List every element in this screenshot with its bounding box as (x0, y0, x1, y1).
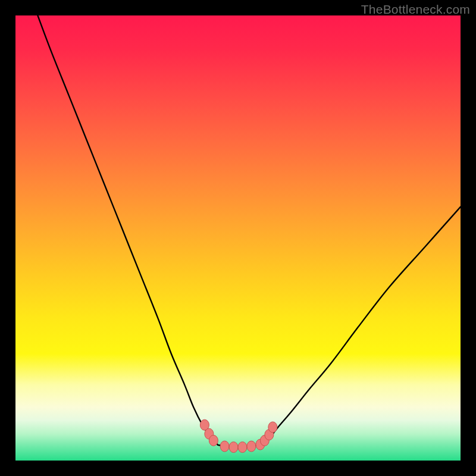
plot-area (15, 15, 461, 461)
chart-svg (15, 15, 461, 461)
data-marker (238, 442, 247, 453)
data-marker (268, 422, 277, 433)
left-curve (37, 15, 218, 445)
data-marker (220, 441, 229, 452)
data-marker (209, 435, 218, 446)
right-curve (260, 207, 461, 445)
data-marker (247, 441, 256, 452)
watermark-text: TheBottleneck.com (361, 2, 470, 17)
chart-frame: TheBottleneck.com (0, 0, 476, 476)
data-markers (200, 419, 277, 452)
data-marker (229, 442, 238, 453)
